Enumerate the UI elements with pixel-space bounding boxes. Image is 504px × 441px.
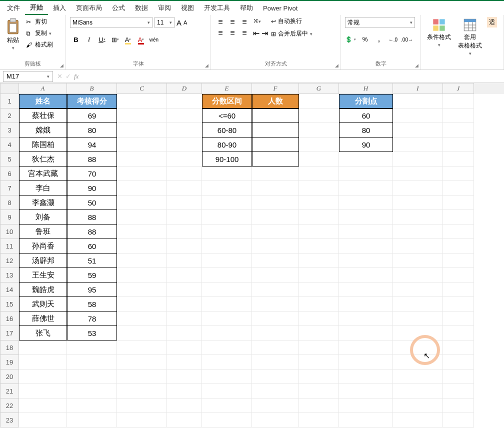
cell-F2[interactable] <box>252 108 299 123</box>
cell-G2[interactable] <box>299 108 339 123</box>
cell-A22[interactable] <box>19 398 67 413</box>
cut-button[interactable]: ✂剪切 <box>25 17 54 26</box>
cell-G15[interactable] <box>299 297 339 312</box>
italic-button[interactable]: I <box>83 34 95 45</box>
cell-J5[interactable] <box>443 152 474 166</box>
orientation-button[interactable]: ⤭▾ <box>253 17 268 24</box>
row-header-14[interactable]: 14 <box>0 282 19 297</box>
cell-C9[interactable] <box>117 210 167 224</box>
cell-B22[interactable] <box>67 398 117 413</box>
cell-B18[interactable] <box>67 340 117 355</box>
cell-G13[interactable] <box>299 268 339 282</box>
cell-J18[interactable] <box>443 340 474 355</box>
cell-C3[interactable] <box>117 123 167 138</box>
cell-F17[interactable] <box>252 326 299 340</box>
cell-C14[interactable] <box>117 282 167 297</box>
cancel-fx-button[interactable]: ✕ <box>57 72 62 80</box>
decrease-decimal-button[interactable]: .00→ <box>401 34 413 45</box>
cell-G14[interactable] <box>299 282 339 297</box>
cell-G9[interactable] <box>299 210 339 224</box>
cell-E18[interactable] <box>202 340 252 355</box>
cell-A7[interactable]: 李白 <box>19 181 67 196</box>
row-header-13[interactable]: 13 <box>0 268 19 282</box>
cell-F15[interactable] <box>252 297 299 312</box>
cell-C16[interactable] <box>117 312 167 326</box>
cell-I8[interactable] <box>393 196 443 210</box>
col-header-E[interactable]: E <box>202 83 252 94</box>
cell-B8[interactable]: 50 <box>67 196 117 210</box>
cell-F11[interactable] <box>252 239 299 254</box>
menu-insert[interactable]: 插入 <box>48 2 71 14</box>
cell-F3[interactable] <box>252 123 299 138</box>
cell-D19[interactable] <box>167 355 202 370</box>
cell-B14[interactable]: 95 <box>67 282 117 297</box>
row-header-2[interactable]: 2 <box>0 108 19 123</box>
row-header-7[interactable]: 7 <box>0 181 19 196</box>
cell-F14[interactable] <box>252 282 299 297</box>
cell-H20[interactable] <box>339 370 393 384</box>
cell-F22[interactable] <box>252 398 299 413</box>
increase-indent-button[interactable]: ⇥ <box>262 28 268 38</box>
cell-C19[interactable] <box>117 355 167 370</box>
cell-I18[interactable] <box>393 340 443 355</box>
menu-help[interactable]: 帮助 <box>235 2 258 14</box>
cell-A21[interactable] <box>19 384 67 398</box>
cell-J12[interactable] <box>443 254 474 268</box>
cell-D7[interactable] <box>167 181 202 196</box>
cell-J15[interactable] <box>443 297 474 312</box>
row-header-22[interactable]: 22 <box>0 398 19 413</box>
cell-A3[interactable]: 嫦娥 <box>19 123 67 138</box>
cell-B10[interactable]: 88 <box>67 224 117 239</box>
cell-B4[interactable]: 94 <box>67 138 117 152</box>
cell-H8[interactable] <box>339 196 393 210</box>
cell-H6[interactable] <box>339 166 393 181</box>
cell-D18[interactable] <box>167 340 202 355</box>
cell-B15[interactable]: 58 <box>67 297 117 312</box>
cell-J4[interactable] <box>443 138 474 152</box>
cell-C1[interactable] <box>117 94 167 108</box>
cell-E20[interactable] <box>202 370 252 384</box>
row-header-16[interactable]: 16 <box>0 312 19 326</box>
cell-J21[interactable] <box>443 384 474 398</box>
col-header-H[interactable]: H <box>339 83 393 94</box>
merge-center-button[interactable]: ⊞合并后居中▾ <box>271 30 312 38</box>
cell-C12[interactable] <box>117 254 167 268</box>
decrease-font-button[interactable]: A <box>184 20 187 26</box>
cell-F7[interactable] <box>252 181 299 196</box>
cell-C2[interactable] <box>117 108 167 123</box>
cell-F9[interactable] <box>252 210 299 224</box>
cond-format-button[interactable]: 条件格式 ▾ <box>425 17 453 48</box>
cell-I17[interactable] <box>393 326 443 340</box>
menu-home[interactable]: 开始 <box>25 1 48 15</box>
cell-B20[interactable] <box>67 370 117 384</box>
cell-A9[interactable]: 刘备 <box>19 210 67 224</box>
cell-E17[interactable] <box>202 326 252 340</box>
menu-review[interactable]: 审阅 <box>153 2 176 14</box>
cell-H9[interactable] <box>339 210 393 224</box>
cell-J22[interactable] <box>443 398 474 413</box>
cell-I13[interactable] <box>393 268 443 282</box>
cell-J10[interactable] <box>443 224 474 239</box>
cell-B11[interactable]: 60 <box>67 239 117 254</box>
cell-E21[interactable] <box>202 384 252 398</box>
row-header-11[interactable]: 11 <box>0 239 19 254</box>
cell-H4[interactable]: 90 <box>339 138 393 152</box>
row-header-19[interactable]: 19 <box>0 355 19 370</box>
cell-B13[interactable]: 59 <box>67 268 117 282</box>
cell-F4[interactable] <box>252 138 299 152</box>
cell-F18[interactable] <box>252 340 299 355</box>
cell-D3[interactable] <box>167 123 202 138</box>
cell-D14[interactable] <box>167 282 202 297</box>
select-all-corner[interactable] <box>0 83 19 94</box>
cell-F8[interactable] <box>252 196 299 210</box>
cell-J9[interactable] <box>443 210 474 224</box>
cell-J16[interactable] <box>443 312 474 326</box>
cell-B16[interactable]: 78 <box>67 312 117 326</box>
cell-A18[interactable] <box>19 340 67 355</box>
cell-G5[interactable] <box>299 152 339 166</box>
font-color-button[interactable]: A▾ <box>135 34 147 45</box>
align-top-button[interactable]: ≡ <box>215 17 226 27</box>
cell-D21[interactable] <box>167 384 202 398</box>
cell-E16[interactable] <box>202 312 252 326</box>
cell-C21[interactable] <box>117 384 167 398</box>
